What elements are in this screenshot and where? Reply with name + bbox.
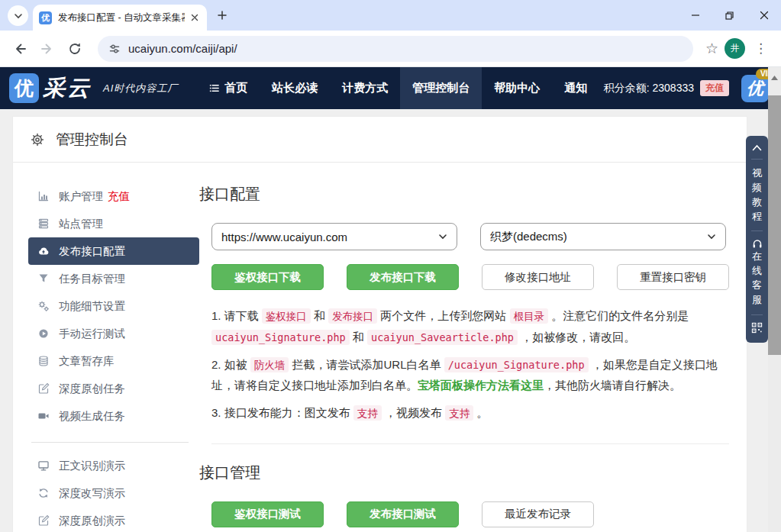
cms-select[interactable]: 织梦(dedecms) xyxy=(480,223,726,250)
main-content: 接口配置 https://www.ucaiyun.com 织梦(dedecms)… xyxy=(199,182,747,532)
user-avatar[interactable]: 优 VIP xyxy=(741,75,769,102)
note-text: 2. 如被 xyxy=(211,358,250,371)
nav-item-label: 管理控制台 xyxy=(412,81,470,95)
baota-guide-link[interactable]: 宝塔面板操作方法看这里 xyxy=(418,379,544,392)
cloud-upload-icon xyxy=(37,245,50,257)
browser-profile-avatar[interactable]: 井 xyxy=(725,38,745,59)
sidebar-item-rewrite-demo[interactable]: 深度改写演示 xyxy=(28,479,199,507)
new-tab-button[interactable] xyxy=(212,5,232,25)
online-service-link[interactable]: 在线客服 xyxy=(751,250,763,307)
logo-tagline: AI时代内容工厂 xyxy=(103,82,178,95)
recent-records-button[interactable]: 最近发布记录 xyxy=(482,501,594,527)
chevron-down-icon xyxy=(707,232,716,241)
recharge-link[interactable]: 充值 xyxy=(108,189,130,204)
nav-item-notice[interactable]: 通知 xyxy=(552,67,599,109)
reload-icon[interactable] xyxy=(64,38,86,60)
manage-section-title: 接口管理 xyxy=(199,463,729,483)
recharge-button[interactable]: 充值 xyxy=(700,80,729,96)
sidebar-item-original-demo[interactable]: 深度原创演示 xyxy=(28,507,199,532)
note-code: 发布接口 xyxy=(328,308,377,324)
publish-download-button[interactable]: 发布接口下载 xyxy=(347,264,459,290)
sidebar-item-publish-api[interactable]: 发布接口配置 xyxy=(28,237,199,265)
note-code: 防火墙 xyxy=(250,357,289,372)
forward-icon[interactable] xyxy=(37,38,58,60)
auth-download-button[interactable]: 鉴权接口下载 xyxy=(211,264,324,290)
site-settings-icon[interactable] xyxy=(108,43,121,55)
sidebar-item-account[interactable]: 账户管理 充值 xyxy=(28,182,199,210)
tab-close-icon[interactable] xyxy=(188,11,201,24)
logo-icon[interactable]: 优 xyxy=(9,73,39,103)
note-text: 和 xyxy=(311,309,328,322)
scrollbar[interactable] xyxy=(768,67,781,532)
sidebar-item-task-targets[interactable]: 任务目标管理 xyxy=(28,265,199,292)
url-text[interactable]: ucaiyun.com/caiji/api/ xyxy=(128,42,237,55)
sidebar-item-sites[interactable]: 站点管理 xyxy=(28,210,199,237)
sidebar-item-label: 功能细节设置 xyxy=(59,299,125,314)
sidebar-item-label: 深度原创任务 xyxy=(59,382,125,396)
sidebar-item-original-task[interactable]: 深度原创任务 xyxy=(28,375,199,402)
scroll-up-arrow-icon[interactable] xyxy=(770,70,779,84)
minimize-button[interactable] xyxy=(678,0,712,31)
sidebar-item-label: 任务目标管理 xyxy=(59,272,125,286)
panel-body: 账户管理 充值 站点管理 发布接口配置 任 xyxy=(13,163,747,532)
back-icon[interactable] xyxy=(9,38,31,60)
site-navbar: 优 采云 AI时代内容工厂 首页 站长必读 计费方式 管理控制台 帮助中心 通知… xyxy=(0,67,781,109)
config-section-title: 接口配置 xyxy=(199,184,729,205)
scroll-top-chevron-icon[interactable] xyxy=(751,143,763,152)
sidebar: 账户管理 充值 站点管理 发布接口配置 任 xyxy=(28,182,199,532)
nav-item-label: 计费方式 xyxy=(342,81,388,95)
sidebar-item-video-task[interactable]: 视频生成任务 xyxy=(28,402,199,430)
note-code: ucaiyun_Savearticle.php xyxy=(367,330,518,345)
nav-item-billing[interactable]: 计费方式 xyxy=(330,67,400,109)
page-title: 管理控制台 xyxy=(56,130,128,150)
sidebar-item-article-store[interactable]: 文章暂存库 xyxy=(28,347,199,375)
bookmark-star-icon[interactable]: ☆ xyxy=(705,40,718,57)
url-bar[interactable]: ucaiyun.com/caiji/api/ xyxy=(98,36,693,62)
toolbar-divider xyxy=(751,231,763,231)
note-code: 鉴权接口 xyxy=(262,308,311,324)
modify-address-button[interactable]: 修改接口地址 xyxy=(482,264,594,290)
browser-menu-icon[interactable]: ⋮ xyxy=(754,40,767,56)
note-text: 和 xyxy=(350,330,367,343)
site-select[interactable]: https://www.ucaiyun.com xyxy=(211,223,457,250)
note-2: 2. 如被 防火墙 拦截，请尝试添加URL白名单 /ucaiyun_Signat… xyxy=(211,354,728,397)
restore-button[interactable] xyxy=(712,0,747,31)
nav-item-help[interactable]: 帮助中心 xyxy=(482,67,552,109)
page-background: 管理控制台 账户管理 充值 站点管理 xyxy=(0,109,768,532)
edit-square-icon xyxy=(37,382,50,395)
publish-test-button[interactable]: 发布接口测试 xyxy=(347,501,459,527)
nav-item-home[interactable]: 首页 xyxy=(196,67,260,109)
sidebar-item-content-demo[interactable]: 正文识别演示 xyxy=(28,452,199,479)
headset-icon[interactable] xyxy=(751,238,763,250)
monitor-icon xyxy=(37,459,50,472)
close-button[interactable] xyxy=(747,0,781,31)
sidebar-item-manual-test[interactable]: 手动运行测试 xyxy=(28,320,199,347)
site-select-value: https://www.ucaiyun.com xyxy=(221,231,347,243)
manage-buttons-row: 鉴权接口测试 发布接口测试 最近发布记录 xyxy=(211,501,729,527)
play-circle-icon xyxy=(37,327,50,340)
qr-code-icon[interactable] xyxy=(751,322,763,334)
toolbar-divider xyxy=(751,314,763,315)
nav-item-label: 站长必读 xyxy=(272,81,318,95)
sidebar-item-feature-settings[interactable]: 功能细节设置 xyxy=(28,292,199,320)
sidebar-item-label: 正文识别演示 xyxy=(59,459,125,473)
reset-key-button[interactable]: 重置接口密钥 xyxy=(617,264,729,290)
note-text: 两个文件，上传到您网站 xyxy=(377,309,509,322)
nav-item-must-read[interactable]: 站长必读 xyxy=(260,67,330,109)
tab-search-chevron-icon[interactable] xyxy=(8,5,28,26)
video-tutorial-link[interactable]: 视频教程 xyxy=(751,166,763,224)
scrollbar-thumb[interactable] xyxy=(768,95,781,355)
sidebar-item-label: 发布接口配置 xyxy=(59,244,125,259)
sidebar-item-label: 深度原创演示 xyxy=(59,514,125,528)
note-code: 根目录 xyxy=(510,308,549,324)
nav-item-label: 首页 xyxy=(224,81,247,95)
note-text: ，视频发布 xyxy=(382,406,445,419)
logo-text[interactable]: 采云 xyxy=(43,73,92,104)
tab-title: 发布接口配置 - 自动文章采集器 xyxy=(58,11,185,24)
video-camera-icon xyxy=(37,410,50,422)
browser-tab[interactable]: 优 发布接口配置 - 自动文章采集器 xyxy=(33,5,207,31)
sidebar-item-label: 视频生成任务 xyxy=(59,409,125,424)
nav-item-console[interactable]: 管理控制台 xyxy=(400,67,482,109)
nav-menu: 首页 站长必读 计费方式 管理控制台 帮助中心 通知 xyxy=(196,67,599,109)
auth-test-button[interactable]: 鉴权接口测试 xyxy=(211,501,324,527)
